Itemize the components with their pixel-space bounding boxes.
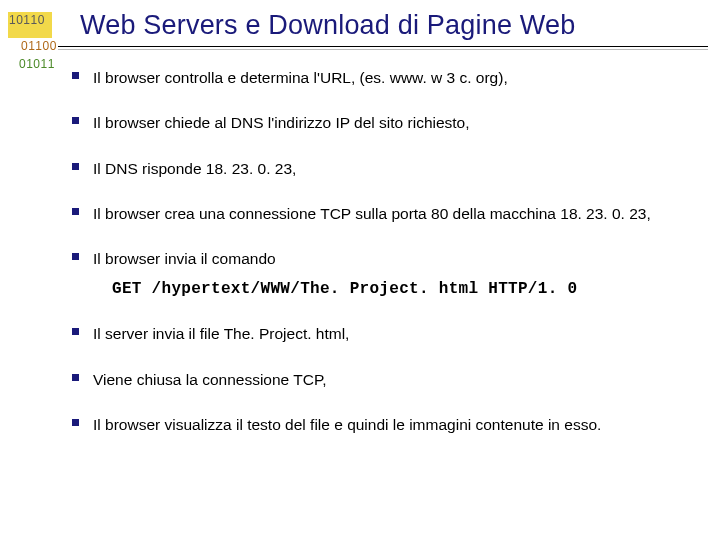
list-item: Il browser chiede al DNS l'indirizzo IP … — [72, 111, 692, 134]
bullet-text: Il browser crea una connessione TCP sull… — [93, 202, 692, 225]
list-item: Il browser invia il comando — [72, 247, 692, 270]
deco-bits-1: 10110 — [8, 12, 52, 38]
bullet-icon — [72, 163, 79, 170]
bullet-icon — [72, 374, 79, 381]
deco-bits-2: 01100 — [20, 38, 58, 54]
slide-body: Il browser controlla e determina l'URL, … — [72, 66, 692, 458]
bullet-text: Il server invia il file The. Project. ht… — [93, 322, 692, 345]
bullet-text: Il browser visualizza il testo del file … — [93, 413, 692, 436]
bullet-text: Il browser invia il comando — [93, 247, 692, 270]
list-item: Il server invia il file The. Project. ht… — [72, 322, 692, 345]
bullet-icon — [72, 208, 79, 215]
bullet-text: Il DNS risponde 18. 23. 0. 23, — [93, 157, 692, 180]
slide-title: Web Servers e Download di Pagine Web — [80, 10, 575, 41]
list-item: Viene chiusa la connessione TCP, — [72, 368, 692, 391]
bullet-icon — [72, 253, 79, 260]
list-item: Il browser crea una connessione TCP sull… — [72, 202, 692, 225]
command-block: GET /hypertext/WWW/The. Project. html HT… — [72, 280, 692, 298]
title-underline — [58, 46, 708, 50]
bullet-text: Il browser chiede al DNS l'indirizzo IP … — [93, 111, 692, 134]
http-command: GET /hypertext/WWW/The. Project. html HT… — [72, 280, 692, 298]
bullet-icon — [72, 117, 79, 124]
list-item: Il browser controlla e determina l'URL, … — [72, 66, 692, 89]
bullet-icon — [72, 328, 79, 335]
bullet-text: Viene chiusa la connessione TCP, — [93, 368, 692, 391]
deco-bits-3: 01011 — [18, 56, 56, 72]
bullet-text: Il browser controlla e determina l'URL, … — [93, 66, 692, 89]
list-item: Il DNS risponde 18. 23. 0. 23, — [72, 157, 692, 180]
bullet-icon — [72, 72, 79, 79]
list-item: Il browser visualizza il testo del file … — [72, 413, 692, 436]
bullet-icon — [72, 419, 79, 426]
